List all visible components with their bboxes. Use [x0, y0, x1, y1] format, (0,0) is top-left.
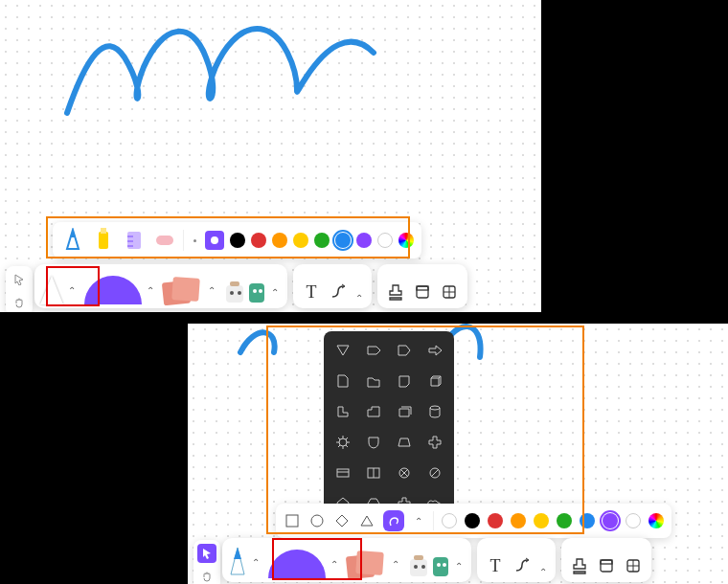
- draw-tool-slot[interactable]: ⌃: [40, 276, 79, 304]
- shape-shield-icon[interactable]: [362, 431, 385, 454]
- color-yellow[interactable]: [534, 513, 549, 528]
- shape-stack-icon[interactable]: [393, 400, 416, 423]
- color-purple-active[interactable]: [603, 513, 618, 528]
- shape-window-icon[interactable]: [362, 461, 385, 484]
- color-orange[interactable]: [511, 513, 526, 528]
- svg-rect-38: [414, 555, 423, 560]
- svg-rect-33: [286, 515, 298, 527]
- shape-toolbar: ⌃: [276, 504, 671, 538]
- shape-arrow-block-icon[interactable]: [423, 339, 446, 362]
- shape-circle-icon[interactable]: [308, 508, 326, 533]
- color-green[interactable]: [557, 513, 572, 528]
- svg-point-36: [414, 565, 418, 569]
- shape-plus-hollow-icon[interactable]: [423, 431, 446, 454]
- chevron-up-icon[interactable]: ⌃: [412, 514, 425, 528]
- shape-card-icon[interactable]: [331, 461, 354, 484]
- hand-tool-icon[interactable]: [197, 567, 216, 584]
- stamp-tool-icon[interactable]: [383, 280, 408, 304]
- half-circle-icon: [268, 550, 326, 578]
- whiteboard-canvas-top[interactable]: ⌃ ⌃ ⌃ ⌃ T ⌃: [0, 0, 541, 312]
- color-white[interactable]: [377, 233, 393, 248]
- chevron-up-icon[interactable]: ⌃: [389, 557, 402, 571]
- chevron-up-icon[interactable]: ⌃: [65, 283, 79, 297]
- characters-tool-slot[interactable]: ⌃: [224, 280, 282, 304]
- shape-tag-icon[interactable]: [362, 339, 385, 362]
- stroke-thin-icon[interactable]: [190, 239, 199, 242]
- color-picker-icon[interactable]: [398, 233, 414, 248]
- draw-tool-slot[interactable]: ⌃: [228, 546, 262, 578]
- character-1-icon: [408, 553, 429, 578]
- chevron-up-icon[interactable]: ⌃: [353, 291, 366, 304]
- shape-cylinder-icon[interactable]: [423, 400, 446, 423]
- shape-trapezoid-icon[interactable]: [393, 431, 416, 454]
- shape-triangle-icon[interactable]: [358, 508, 375, 533]
- tool-tray-text: T ⌃: [293, 264, 372, 308]
- characters-tool-slot[interactable]: ⌃: [408, 553, 466, 578]
- color-black[interactable]: [465, 513, 480, 528]
- shape-square-icon[interactable]: [284, 508, 301, 533]
- color-white[interactable]: [442, 513, 457, 528]
- eraser-tool-icon[interactable]: [152, 232, 177, 249]
- shape-l-icon[interactable]: [331, 400, 354, 423]
- shape-freeform-active-icon[interactable]: [383, 510, 404, 531]
- text-tool-icon[interactable]: T: [483, 553, 508, 578]
- shape-tool-slot[interactable]: ⌃: [84, 276, 157, 304]
- text-tool-icon[interactable]: T: [299, 280, 324, 304]
- sticky-tool-slot[interactable]: ⌃: [163, 276, 218, 304]
- highlighter-tool-icon[interactable]: [91, 228, 116, 253]
- pen-toolbar: [53, 222, 421, 258]
- chevron-up-icon[interactable]: ⌃: [268, 285, 282, 299]
- sticky-tool-slot[interactable]: ⌃: [347, 550, 402, 578]
- chevron-up-icon[interactable]: ⌃: [249, 555, 262, 569]
- pen-tool-icon[interactable]: [60, 228, 85, 253]
- color-green[interactable]: [314, 233, 330, 248]
- shape-triangle-down-icon[interactable]: [331, 339, 354, 362]
- chevron-up-icon[interactable]: ⌃: [452, 559, 466, 573]
- connector-tool-icon[interactable]: [510, 553, 535, 578]
- main-toolbar-bottom: ⌃ ⌃ ⌃ ⌃ T ⌃: [222, 538, 651, 582]
- color-blue[interactable]: [580, 513, 595, 528]
- chevron-up-icon[interactable]: ⌃: [328, 557, 341, 571]
- color-red[interactable]: [488, 513, 503, 528]
- color-white-2[interactable]: [626, 513, 641, 528]
- color-orange[interactable]: [272, 233, 287, 248]
- chevron-up-icon[interactable]: ⌃: [205, 283, 218, 297]
- svg-point-8: [230, 291, 234, 295]
- shape-folder-icon[interactable]: [362, 370, 385, 393]
- svg-point-41: [443, 563, 446, 567]
- shape-note-icon[interactable]: [393, 370, 416, 393]
- shape-diamond-icon[interactable]: [333, 508, 351, 533]
- shape-cross-icon[interactable]: [393, 461, 416, 484]
- ruler-tool-icon[interactable]: [122, 230, 147, 251]
- shape-page-icon[interactable]: [331, 370, 354, 393]
- selected-color-swatch[interactable]: [205, 231, 224, 250]
- table-tool-icon[interactable]: [621, 553, 646, 578]
- chevron-up-icon[interactable]: ⌃: [536, 565, 550, 578]
- shape-pentagon-right-icon[interactable]: [393, 339, 416, 362]
- color-picker-icon[interactable]: [648, 513, 664, 528]
- frame-tool-icon[interactable]: [594, 553, 619, 578]
- hand-tool-icon[interactable]: [10, 293, 29, 312]
- divider: [183, 230, 184, 251]
- svg-point-9: [238, 291, 241, 295]
- pointer-tool-icon[interactable]: [10, 270, 29, 289]
- chevron-up-icon[interactable]: ⌃: [144, 283, 157, 297]
- color-red[interactable]: [251, 233, 266, 248]
- frame-tool-icon[interactable]: [410, 280, 435, 304]
- tool-tray-text: T ⌃: [477, 538, 556, 582]
- shape-cube-icon[interactable]: [423, 370, 446, 393]
- connector-tool-icon[interactable]: [326, 280, 351, 304]
- table-tool-icon[interactable]: [437, 280, 462, 304]
- color-yellow[interactable]: [293, 233, 308, 248]
- color-black[interactable]: [230, 233, 245, 248]
- color-purple[interactable]: [356, 233, 372, 248]
- shape-tool-slot[interactable]: ⌃: [268, 550, 341, 578]
- shape-gear-icon[interactable]: [331, 431, 354, 454]
- color-blue-active[interactable]: [335, 233, 351, 248]
- half-circle-icon: [84, 276, 142, 304]
- shape-no-entry-icon[interactable]: [423, 461, 446, 484]
- shape-tab-icon[interactable]: [362, 400, 385, 423]
- whiteboard-canvas-bottom[interactable]: ⌃ ⌃ ⌃: [188, 324, 728, 584]
- stamp-tool-icon[interactable]: [567, 553, 592, 578]
- pointer-tool-active-icon[interactable]: [197, 544, 216, 563]
